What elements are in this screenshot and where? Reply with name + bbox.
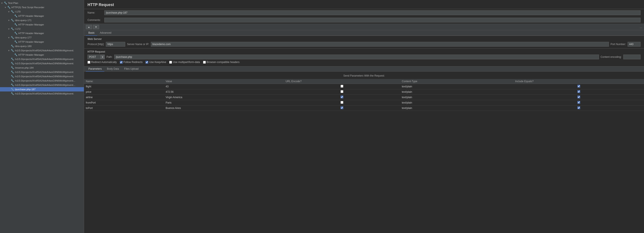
content-enc-label: Content encoding: (601, 56, 622, 59)
redirect-auto-checkbox[interactable]: Redirect Automatically (88, 61, 117, 64)
more-options[interactable]: ... (640, 25, 642, 29)
table-row: price 472.56 text/plain (84, 89, 644, 95)
tab-parameters[interactable]: Parameters (86, 67, 104, 72)
param-url-encode-2[interactable] (284, 95, 400, 100)
sidebar-item-http-recorder[interactable]: ▼🔧HTTP(S) Test Script Recorder (0, 5, 84, 10)
expand-arrow[interactable]: ▼ (8, 49, 11, 52)
table-row: toPort Buenos Aires text/plain (84, 106, 644, 111)
sidebar-item-item-dns-171-header[interactable]: 🔧HTTP Header Manager (0, 23, 84, 27)
follow-redirects-label: Follow Redirects (124, 61, 143, 64)
param-value-1: 472.56 (164, 89, 284, 95)
browser-compat-checkbox[interactable]: Browser-compatible headers (203, 61, 240, 64)
item-icon: 🔧 (14, 53, 18, 56)
name-label: Name: (88, 11, 102, 14)
param-url-encode-3[interactable] (284, 100, 400, 106)
sidebar-item-item-reserve[interactable]: 🔧/reserve.php-184 (0, 66, 84, 70)
sidebar-item-item-172[interactable]: ▼🔧/-172 (0, 27, 84, 31)
tab-advanced[interactable]: Advanced (97, 30, 114, 36)
param-value-3: Paris (164, 100, 284, 106)
multipart-input[interactable] (169, 61, 172, 64)
follow-redirects-checkbox[interactable]: Follow Redirects (120, 61, 143, 64)
params-header: Send Parameters With the Request: (84, 73, 644, 79)
expand-arrow[interactable]: ▼ (8, 19, 11, 22)
server-name-input[interactable] (151, 42, 609, 47)
sidebar-item-item-event6[interactable]: 🔧/v1/3.0/projects/iXviifSA1NskA4wsG9N6Wo… (0, 79, 84, 83)
sidebar-item-label: Test Plan (8, 2, 18, 4)
param-include-equals-2[interactable] (514, 95, 644, 100)
content-enc-input[interactable] (623, 55, 640, 59)
param-include-equals-4[interactable] (514, 106, 644, 111)
keepalive-input[interactable] (146, 61, 148, 64)
expand-arrow[interactable]: ▼ (8, 28, 11, 30)
param-name-0: flight (84, 84, 164, 89)
sidebar-item-item-event3[interactable]: 🔧/v1/3.0/projects/iXviifSA1NskA4wsG9N6Wo… (0, 61, 84, 66)
tab-files-upload[interactable]: Files Upload (122, 67, 141, 72)
sidebar-item-item-172-header[interactable]: 🔧HTTP Header Manager (0, 31, 84, 35)
sidebar-item-item-dns-177-header[interactable]: 🔧HTTP Header Manager (0, 40, 84, 44)
sidebar-item-item-event2[interactable]: 🔧/v1/3.0/projects/iXviifSA1NskA4wsG9N6Wo… (0, 57, 84, 61)
tab-body-data[interactable]: Body Data (104, 67, 122, 72)
sidebar-item-item-event8[interactable]: 🔧/v1/3.0/projects/iXviifSA1NskA4wsG9N6Wo… (0, 92, 84, 96)
sidebar-item-label: /v1/3.0/projects/iXviifSA1NskA4wsG9N6WoW… (15, 49, 74, 52)
sidebar-item-label: /v1/3.0/projects/iXviifSA1NskA4wsG9N6WoW… (15, 58, 74, 60)
param-include-equals-1[interactable] (514, 89, 644, 95)
sidebar-item-item-170[interactable]: ▼🔧/-170 (0, 10, 84, 14)
follow-redirects-input[interactable] (120, 61, 123, 64)
item-icon: 🔧 (11, 88, 14, 91)
sidebar-item-item-event4[interactable]: 🔧/v1/3.0/projects/iXviifSA1NskA4wsG9N6Wo… (0, 70, 84, 74)
param-value-0: 43 (164, 84, 284, 89)
col-include-equals: Include Equals? (514, 79, 644, 84)
sidebar-item-item-event5[interactable]: 🔧/v1/3.0/projects/iXviifSA1NskA4wsG9N6Wo… (0, 74, 84, 79)
param-value-4: Buenos Aires (164, 106, 284, 111)
expand-arrow[interactable]: ▼ (8, 11, 11, 13)
sidebar-item-item-170-header[interactable]: 🔧HTTP Header Manager (0, 14, 84, 18)
down-button[interactable]: ▼ (93, 25, 99, 29)
param-url-encode-4[interactable] (284, 106, 400, 111)
expand-arrow[interactable]: ▼ (1, 2, 4, 4)
param-url-encode-1[interactable] (284, 89, 400, 95)
protocol-input[interactable] (106, 42, 125, 47)
up-button[interactable]: ▲ (86, 25, 92, 29)
sidebar-item-item-event1-header[interactable]: 🔧HTTP Header Manager (0, 53, 84, 57)
param-content-type-0: text/plain (400, 84, 514, 89)
keepalive-label: Use KeepAlive (149, 61, 166, 64)
method-dropdown-btn[interactable]: ▼ (100, 55, 105, 59)
expand-arrow[interactable]: ▼ (4, 6, 7, 9)
redirect-auto-input[interactable] (88, 61, 90, 64)
item-icon: 🔧 (11, 66, 14, 69)
path-input[interactable] (114, 55, 599, 59)
port-input[interactable] (628, 42, 640, 47)
comments-row: Comments: (84, 17, 644, 24)
multipart-checkbox[interactable]: Use multipart/form-data (169, 61, 200, 64)
param-include-equals-0[interactable] (514, 84, 644, 89)
checkboxes-row: Redirect Automatically Follow Redirects … (88, 61, 640, 65)
param-content-type-1: text/plain (400, 89, 514, 95)
tab-basic[interactable]: Basic (86, 30, 97, 36)
item-icon: 🔧 (11, 71, 14, 74)
param-include-equals-3[interactable] (514, 100, 644, 106)
item-icon: 🔧 (7, 6, 10, 9)
sidebar-item-label: HTTP Header Manager (18, 41, 44, 43)
sidebar-item-item-event7[interactable]: 🔧/v1/3.0/projects/iXviifSA1NskA4wsG9N6Wo… (0, 83, 84, 87)
sidebar-item-item-dns-177[interactable]: ▼🔧/dns-query-177 (0, 35, 84, 40)
sidebar-item-test-plan[interactable]: ▼🔧Test Plan (0, 1, 84, 5)
protocol-label: Protocol [http]: (88, 43, 104, 46)
expand-arrow[interactable]: ▼ (8, 37, 11, 39)
item-icon: 🔧 (11, 49, 14, 52)
item-icon: 🔧 (11, 19, 14, 22)
param-url-encode-0[interactable] (284, 84, 400, 89)
comments-input[interactable] (104, 18, 640, 23)
keepalive-checkbox[interactable]: Use KeepAlive (146, 61, 166, 64)
item-icon: 🔧 (11, 45, 14, 48)
browser-compat-input[interactable] (203, 61, 206, 64)
sidebar-item-item-dns-180[interactable]: 🔧/dns-query-180 (0, 44, 84, 48)
item-icon: 🔧 (14, 15, 18, 18)
sidebar-item-item-dns-171[interactable]: ▼🔧/dns-query-171 (0, 18, 84, 23)
sidebar-item-label: /v1/3.0/projects/iXviifSA1NskA4wsG9N6WoW… (15, 79, 75, 82)
sidebar-item-item-event1[interactable]: ▼🔧/v1/3.0/projects/iXviifSA1NskA4wsG9N6W… (0, 48, 84, 53)
param-name-2: airline (84, 95, 164, 100)
table-row: fromPort Paris text/plain (84, 100, 644, 106)
method-select[interactable]: POST GET PUT DELETE (88, 55, 100, 59)
name-input[interactable] (104, 10, 640, 15)
sidebar-item-item-purchase[interactable]: 🔧/purchase.php-187 (0, 87, 84, 92)
